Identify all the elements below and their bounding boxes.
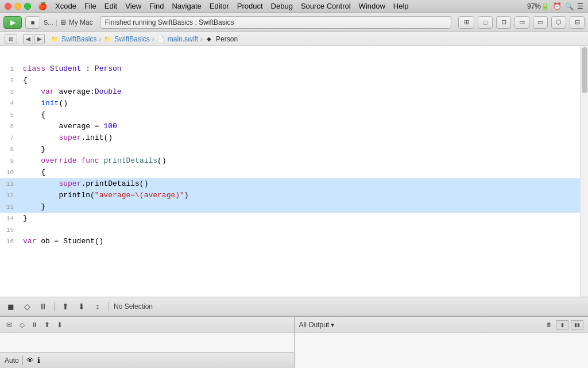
line-content: class Student : Person bbox=[18, 63, 580, 75]
menu-editor[interactable]: Editor bbox=[210, 2, 229, 10]
code-line: 9 override func printDetails() bbox=[0, 155, 580, 167]
separator-icon: | bbox=[56, 18, 57, 26]
scheme-selector[interactable]: S... | 🖥 My Mac bbox=[44, 18, 93, 26]
breadcrumb-label-4[interactable]: Person bbox=[216, 35, 238, 43]
layout-btn-4[interactable]: ▭ bbox=[514, 16, 529, 29]
vertical-scrollbar[interactable] bbox=[580, 46, 588, 297]
menu-edit[interactable]: Edit bbox=[105, 2, 117, 10]
breadcrumb-swiftbasics-2[interactable]: 📁 SwiftBasics bbox=[103, 35, 149, 43]
maximize-button[interactable] bbox=[24, 3, 31, 10]
line-number: 2 bbox=[0, 75, 18, 86]
breadcrumb-mainswift[interactable]: 📄 main.swift bbox=[157, 35, 198, 43]
menu-find[interactable]: Find bbox=[149, 2, 164, 10]
code-line-highlighted: 11 super.printDetails() bbox=[0, 178, 580, 190]
breadcrumb-person[interactable]: ◆ Person bbox=[205, 35, 238, 43]
debug-area: ✉ ◇ ⏸ ⬆ ⬇ Auto 👁 ℹ All Output ▾ 🗑 ▮ ▮ bbox=[0, 316, 588, 368]
menu-icon[interactable]: ☰ bbox=[577, 2, 583, 10]
info-icon[interactable]: ℹ bbox=[37, 356, 40, 365]
pause-button[interactable]: ⏸ bbox=[37, 300, 49, 313]
layout-btn-3[interactable]: ⊡ bbox=[496, 16, 511, 29]
code-line: 3 var average:Double bbox=[0, 86, 580, 98]
line-content: init() bbox=[18, 98, 580, 109]
clear-console-button[interactable]: 🗑 bbox=[544, 320, 554, 329]
layout-btn-1[interactable]: ⊞ bbox=[458, 16, 474, 29]
line-number: 12 bbox=[0, 190, 18, 201]
layout-btn-2[interactable]: □ bbox=[478, 16, 493, 29]
code-line: 15 bbox=[0, 224, 580, 236]
minimize-button[interactable] bbox=[14, 3, 21, 10]
code-line: 4 init() bbox=[0, 98, 580, 109]
layout-btn-6[interactable]: ⬡ bbox=[551, 16, 566, 29]
variables-toolbar: ✉ ◇ ⏸ ⬆ ⬇ bbox=[0, 317, 294, 333]
line-number: 11 bbox=[0, 178, 18, 190]
jump-both-button[interactable]: ↕ bbox=[91, 300, 104, 313]
line-content: override func printDetails() bbox=[18, 155, 580, 167]
menu-file[interactable]: File bbox=[84, 2, 96, 10]
folder-icon: 📁 bbox=[51, 35, 59, 43]
line-content: var ob = Student() bbox=[18, 236, 580, 247]
breakpoints-button[interactable]: ◇ bbox=[21, 300, 33, 313]
menu-navigate[interactable]: Navigate bbox=[172, 2, 201, 10]
layout-btn-7[interactable]: ⊟ bbox=[570, 16, 585, 29]
line-number: 1 bbox=[0, 63, 18, 75]
layout-btn-5[interactable]: ▭ bbox=[533, 16, 548, 29]
menu-view[interactable]: View bbox=[125, 2, 141, 10]
destination-label[interactable]: My Mac bbox=[69, 18, 93, 26]
console-toolbar: All Output ▾ 🗑 ▮ ▮▮ bbox=[295, 317, 589, 333]
code-line bbox=[0, 52, 580, 63]
line-content: average = 100 bbox=[18, 121, 580, 132]
run-button[interactable]: ▶ bbox=[3, 16, 22, 29]
destination-icon: 🖥 bbox=[60, 18, 67, 26]
close-button[interactable] bbox=[5, 3, 11, 10]
pause-icon[interactable]: ⏸ bbox=[30, 320, 39, 329]
menu-source-control[interactable]: Source Control bbox=[301, 2, 351, 10]
sep bbox=[22, 356, 23, 365]
eye-icon[interactable]: 👁 bbox=[26, 356, 34, 365]
split-view-btn-2[interactable]: ▮▮ bbox=[571, 320, 583, 329]
code-line-highlighted: 13 } bbox=[0, 201, 580, 213]
menu-help[interactable]: Help bbox=[393, 2, 409, 10]
line-number: 4 bbox=[0, 98, 18, 109]
console-panel: All Output ▾ 🗑 ▮ ▮▮ bbox=[295, 317, 589, 368]
jump-down-button[interactable]: ⬇ bbox=[75, 300, 88, 313]
menu-product[interactable]: Product bbox=[237, 2, 263, 10]
menu-bar: 🍎 Xcode File Edit View Find Navigate Edi… bbox=[38, 2, 409, 10]
breadcrumb-bar: ⊞ ◀ ▶ 📁 SwiftBasics › 📁 SwiftBasics › 📄 … bbox=[0, 32, 588, 46]
code-line: 7 super.init() bbox=[0, 132, 580, 144]
auto-label: Auto bbox=[5, 356, 19, 365]
search-icon[interactable]: 🔍 bbox=[565, 2, 574, 10]
stop-button[interactable]: ■ bbox=[25, 16, 40, 29]
breadcrumb-swiftbasics-1[interactable]: 📁 SwiftBasics bbox=[51, 35, 96, 43]
issues-button[interactable]: ◼ bbox=[5, 300, 17, 313]
forward-button[interactable]: ▶ bbox=[34, 34, 45, 44]
step-in-icon[interactable]: ⬇ bbox=[55, 320, 64, 329]
code-line-highlighted: 12 println("average=\(average)") bbox=[0, 190, 580, 201]
separator bbox=[109, 302, 109, 311]
split-view-btn-1[interactable]: ▮ bbox=[556, 320, 568, 329]
variables-icon[interactable]: ✉ bbox=[5, 320, 14, 329]
filter-icon[interactable]: ◇ bbox=[17, 320, 26, 329]
line-number: 7 bbox=[0, 132, 18, 144]
menu-xcode[interactable]: Xcode bbox=[55, 2, 76, 10]
jump-up-button[interactable]: ⬆ bbox=[59, 300, 72, 313]
line-number: 8 bbox=[0, 144, 18, 155]
breadcrumb-label-3[interactable]: main.swift bbox=[168, 35, 198, 43]
breadcrumb-label-2[interactable]: SwiftBasics bbox=[114, 35, 149, 43]
code-editor[interactable]: 1 class Student : Person 2 { 3 var avera… bbox=[0, 46, 580, 297]
step-over-icon[interactable]: ⬆ bbox=[42, 320, 52, 329]
build-status: Finished running SwiftBasics : SwiftBasi… bbox=[100, 16, 451, 29]
code-line: 5 { bbox=[0, 109, 580, 121]
navigator-toggle[interactable]: ⊞ bbox=[5, 34, 17, 44]
variables-panel: ✉ ◇ ⏸ ⬆ ⬇ Auto 👁 ℹ bbox=[0, 317, 295, 368]
menu-window[interactable]: Window bbox=[359, 2, 385, 10]
apple-menu[interactable]: 🍎 bbox=[38, 2, 47, 10]
menu-debug[interactable]: Debug bbox=[271, 2, 293, 10]
line-number: 13 bbox=[0, 201, 18, 213]
output-selector[interactable]: All Output ▾ bbox=[299, 321, 335, 329]
line-content: var average:Double bbox=[18, 86, 580, 98]
back-button[interactable]: ◀ bbox=[23, 34, 33, 44]
folder-icon-2: 📁 bbox=[103, 35, 111, 43]
scrollbar-thumb[interactable] bbox=[582, 47, 587, 93]
breadcrumb-label-1[interactable]: SwiftBasics bbox=[61, 35, 96, 43]
window-controls[interactable] bbox=[5, 3, 31, 10]
